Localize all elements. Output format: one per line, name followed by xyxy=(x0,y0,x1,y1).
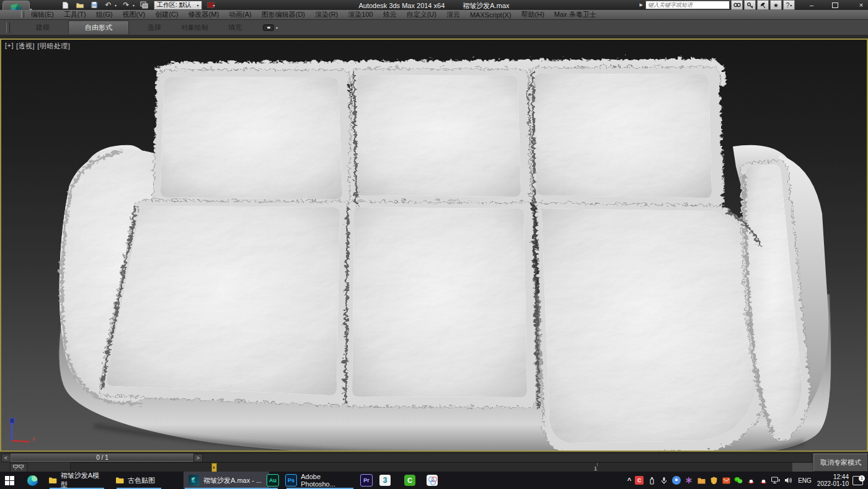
taskbar-photoshop[interactable]: Ps Adobe Photosho... xyxy=(285,472,355,489)
tab-modeling[interactable]: 建模 xyxy=(26,20,60,35)
cancel-expert-mode-button[interactable]: 取消专家模式 xyxy=(813,454,868,472)
viewport-menu-general[interactable]: [+] xyxy=(5,42,14,51)
tab-object-paint[interactable]: 对象绘制 xyxy=(171,20,218,35)
next-frame-button[interactable]: > xyxy=(193,454,203,462)
redo-button[interactable]: ↷ xyxy=(122,1,131,9)
tray-folder-icon[interactable] xyxy=(697,476,706,485)
infocenter-expand-arrow[interactable]: ▶ xyxy=(640,2,643,7)
menu-item-xuancloud[interactable]: 炫云 xyxy=(378,10,402,19)
tray-expand-chevron[interactable]: ^ xyxy=(627,477,631,484)
menu-item-group[interactable]: 组(G) xyxy=(91,10,118,19)
redo-history-caret[interactable]: ▾ xyxy=(133,3,135,7)
menu-item-customize[interactable]: 自定义(U) xyxy=(402,10,441,19)
viewport-menu-view[interactable]: [透视] xyxy=(16,42,35,51)
qq-icon-2[interactable] xyxy=(759,476,768,485)
workspace-selector[interactable]: 工作区: 默认 ▾ xyxy=(154,1,202,10)
taskbar-edge[interactable] xyxy=(27,472,38,489)
ribbon-toggle-caret: ▾ xyxy=(276,25,278,30)
menu-item-maxscript[interactable]: MAXScript(X) xyxy=(465,11,516,19)
seat-cushion-1[interactable] xyxy=(97,199,347,404)
menu-item-tools[interactable]: 工具(T) xyxy=(59,10,91,19)
taskbar-3dsmax-window[interactable]: 褶皱沙发A.max - ... xyxy=(184,472,269,489)
menu-item-help[interactable]: 帮助(H) xyxy=(516,10,549,19)
taskbar-camtasia[interactable]: C xyxy=(404,472,415,489)
tab-populate[interactable]: 填充 xyxy=(218,20,252,35)
3ds-max-window: Autodesk 3ds Max 2014 x64 褶皱沙发A.max – × … xyxy=(0,0,868,489)
asterisk-app-icon[interactable] xyxy=(684,476,693,485)
display-network-icon[interactable] xyxy=(771,476,780,485)
menu-item-edit[interactable]: 编辑(E) xyxy=(26,10,59,19)
close-button[interactable]: × xyxy=(857,1,866,9)
menu-item-create[interactable]: 创建(C) xyxy=(150,10,183,19)
speaker-volume-icon[interactable] xyxy=(784,476,792,485)
taskbar-premiere[interactable]: Pr xyxy=(360,472,373,489)
file-title: 褶皱沙发A.max xyxy=(463,2,509,9)
mini-curve-editor-button[interactable] xyxy=(10,463,27,472)
wechat-icon[interactable] xyxy=(734,476,743,485)
taskbar-3dsmax-app[interactable]: 3 xyxy=(379,472,391,489)
menu-item-render100[interactable]: 渲染100 xyxy=(343,10,378,19)
tray-red-c-app-icon[interactable]: C xyxy=(635,476,644,485)
perspective-viewport[interactable]: [+] [透视] [明暗处理] x xyxy=(0,38,868,452)
previous-frame-button[interactable]: < xyxy=(1,454,11,462)
notification-center-button[interactable]: 1 xyxy=(852,476,863,485)
viewport-menu-shading[interactable]: [明暗处理] xyxy=(37,42,70,51)
search-button[interactable] xyxy=(731,0,743,10)
ribbon-tab-bar: 建模 自由形式 选择 对象绘制 填充 ▾ xyxy=(0,19,868,35)
menu-item-rendercloud[interactable]: 渲云 xyxy=(441,10,465,19)
subscription-center-button[interactable] xyxy=(744,0,756,10)
sofa-render[interactable] xyxy=(1,40,867,451)
menu-item-views[interactable]: 视图(V) xyxy=(118,10,151,19)
time-slider-track[interactable]: 0 / 1 xyxy=(10,453,812,462)
menu-item-animation[interactable]: 动画(A) xyxy=(224,10,257,19)
qq-icon-1[interactable] xyxy=(746,476,755,485)
chaise-cushion[interactable] xyxy=(533,201,769,451)
menu-item-rendering[interactable]: 渲染(R) xyxy=(310,10,343,19)
ribbon-display-toggle[interactable]: ▾ xyxy=(263,24,278,31)
taskbar-clock[interactable]: 12:44 2022-01-10 xyxy=(817,473,849,487)
taskbar-circles-app[interactable] xyxy=(427,472,438,489)
security-shield-icon[interactable] xyxy=(709,476,718,485)
blue-circle-app-icon[interactable] xyxy=(672,476,681,485)
mail-app-icon[interactable] xyxy=(722,476,730,485)
restore-button[interactable] xyxy=(832,2,841,8)
open-file-button[interactable] xyxy=(75,1,84,9)
taskbar-folder-sofa-model[interactable]: 褶皱沙发A模型 xyxy=(48,472,105,489)
ribbon-toggle-icon xyxy=(263,24,274,31)
mini-curve-editor-icon xyxy=(13,465,24,470)
menu-item-modifiers[interactable]: 修改器(M) xyxy=(184,10,224,19)
back-cushion-3[interactable] xyxy=(527,65,722,206)
trackbar-frame-marker[interactable] xyxy=(211,463,217,472)
viewport-label: [+] [透视] [明暗处理] xyxy=(5,42,70,51)
menu-item-max-antivirus[interactable]: Max 杀毒卫士 xyxy=(549,10,601,19)
taskbar-audition[interactable]: Au xyxy=(267,472,279,489)
language-indicator[interactable]: ENG xyxy=(798,477,812,484)
key-icon xyxy=(746,2,754,9)
microphone-icon[interactable] xyxy=(660,476,668,485)
save-floppy-icon xyxy=(91,1,98,9)
tab-selection[interactable]: 选择 xyxy=(138,20,171,35)
undo-history-caret[interactable]: ▾ xyxy=(115,3,117,7)
favorites-button[interactable]: ★ xyxy=(770,0,782,10)
start-button[interactable] xyxy=(5,472,14,489)
communication-center-button[interactable] xyxy=(757,0,769,10)
tab-freeform[interactable]: 自由形式 xyxy=(68,20,129,34)
set-project-folder-button[interactable] xyxy=(140,1,149,9)
minimize-button[interactable]: – xyxy=(807,1,816,9)
search-input[interactable] xyxy=(645,1,730,9)
workspace-options-button[interactable]: ▾ xyxy=(207,2,215,8)
time-slider-handle[interactable]: 0 / 1 xyxy=(11,454,194,462)
menu-bar-grip[interactable] xyxy=(21,11,24,18)
back-cushion-1[interactable] xyxy=(151,68,352,206)
ribbon-grip[interactable] xyxy=(6,22,10,33)
save-file-button[interactable] xyxy=(89,1,99,9)
undo-button[interactable]: ↶ xyxy=(104,1,113,9)
menu-item-graph-editors[interactable]: 图形编辑器(D) xyxy=(257,10,310,19)
help-button[interactable]: ? ▾ xyxy=(783,0,795,10)
satellite-dish-icon xyxy=(760,2,767,9)
back-cushion-2[interactable] xyxy=(347,67,529,205)
seat-cushion-2[interactable] xyxy=(345,200,534,406)
new-scene-button[interactable] xyxy=(61,1,70,9)
usb-device-icon[interactable] xyxy=(647,476,656,485)
taskbar-folder-texture[interactable]: 古色贴图 xyxy=(115,472,162,489)
